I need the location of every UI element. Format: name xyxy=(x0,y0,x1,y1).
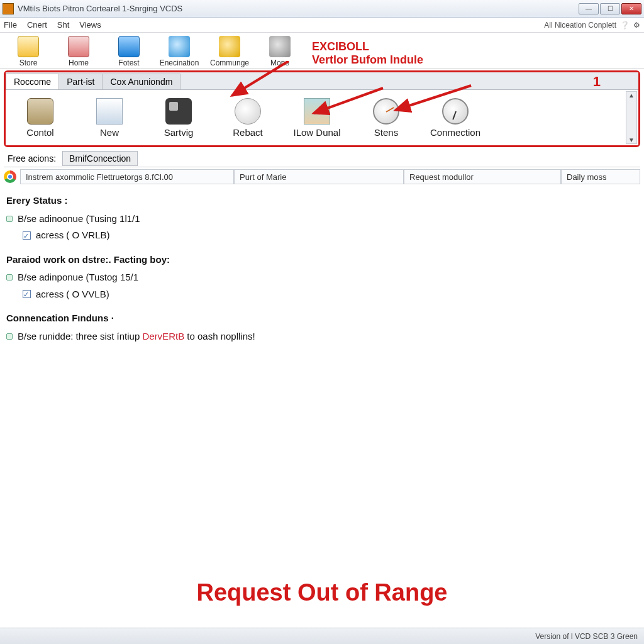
highlighted-ribbon-area: 1 Roccome Part-ist Cox Anuniondm Contol … xyxy=(4,70,640,147)
section3-post: to oash nopllins! xyxy=(184,331,255,341)
checkbox-icon[interactable] xyxy=(23,290,31,298)
controller-icon xyxy=(27,98,53,125)
checkbox-icon[interactable] xyxy=(23,231,31,240)
close-button[interactable]: ✕ xyxy=(621,3,641,14)
window-title: VMtils Biots Pitron Cortearel 1-Snrging … xyxy=(18,4,579,13)
ribbon-contol-label: Contol xyxy=(26,127,53,138)
ribbon-ilow-label: ILow Dunal xyxy=(293,127,340,138)
sphere-icon xyxy=(269,36,291,57)
section1-row1-text: B/se adinoonue (Tusing 1l1/1 xyxy=(18,212,140,226)
toolbar-fotest-label: Fotest xyxy=(118,58,139,67)
col-path[interactable]: Instrem axommolic Flettruetorgs 8.fCl.00 xyxy=(20,169,234,184)
toolbar-mone[interactable]: Mone xyxy=(255,33,304,67)
document-icon xyxy=(96,98,123,125)
section2-row1: B/se adinponue (Tustog 15/1 xyxy=(6,269,638,286)
toolbar-home-label: Home xyxy=(69,58,89,67)
ribbon-new[interactable]: New xyxy=(75,98,144,138)
status-bar: Version of l VCD SCB 3 Green xyxy=(0,628,644,644)
ribbon-stens-label: Stens xyxy=(374,127,398,138)
tab-partist[interactable]: Part-ist xyxy=(58,74,103,89)
status-bullet-icon xyxy=(6,274,13,280)
tab-cox-anuniondm[interactable]: Cox Anuniondm xyxy=(102,74,180,89)
clock-icon xyxy=(442,98,469,125)
toolbar-enecination[interactable]: Enecination xyxy=(155,33,204,67)
calculator-icon xyxy=(165,98,192,125)
scroll-down-icon[interactable]: ▼ xyxy=(628,136,635,143)
free-actions-label: Free acions: xyxy=(4,153,60,164)
status-bullet-icon xyxy=(6,333,13,340)
content-area: Erery Status : B/se adinoonue (Tusing 1l… xyxy=(6,194,638,345)
scroll-up-icon[interactable]: ▲ xyxy=(628,92,635,99)
section2-row1-text: B/se adinponue (Tustog 15/1 xyxy=(18,270,138,285)
notification-text: All Niceation Conplett xyxy=(544,21,616,30)
col-purt[interactable]: Purt of Marie xyxy=(234,169,404,184)
section1-row1: B/se adinoonue (Tusing 1l1/1 xyxy=(6,211,638,228)
home-icon xyxy=(68,36,89,57)
annotation-line1: EXCIBOLL xyxy=(312,40,423,54)
section1-title: Erery Status : xyxy=(6,194,638,208)
section3-row1-text: B/se runidde: three sist íntiup DervERtB… xyxy=(18,330,255,344)
ribbon-sartvig[interactable]: Sartvig xyxy=(144,98,213,138)
ribbon-new-label: New xyxy=(100,127,119,138)
title-bar: VMtils Biots Pitron Cortearel 1-Snrging … xyxy=(0,0,644,18)
annotation-number-1: 1 xyxy=(593,74,601,90)
column-header-row: Instrem axommolic Flettruetorgs 8.fCl.00… xyxy=(4,169,640,185)
section1-row2: acress ( O VRLB) xyxy=(6,227,638,244)
section3-red-word: DervERtB xyxy=(142,331,184,341)
menu-cnert[interactable]: Cnert xyxy=(27,20,47,30)
ribbon-conmection[interactable]: Conmection xyxy=(421,98,490,138)
toolbar-fotest[interactable]: Fotest xyxy=(104,33,153,67)
minimize-button[interactable]: — xyxy=(579,3,599,14)
menu-file[interactable]: File xyxy=(4,20,17,30)
help-icon[interactable]: ❔ xyxy=(620,21,630,30)
section3-title: Connencation Fınduns · xyxy=(6,311,638,326)
section2-row2-text: acress ( O VVLB) xyxy=(36,287,109,302)
section2-row2: acress ( O VVLB) xyxy=(6,286,638,303)
menu-bar: File Cnert Sht Views All Niceation Conpl… xyxy=(0,18,644,33)
big-error-message: Request Out of Range xyxy=(0,579,644,606)
ribbon-rebact[interactable]: Rebact xyxy=(213,98,282,138)
ribbon-contol[interactable]: Contol xyxy=(6,98,75,138)
section3-row1: B/se runidde: three sist íntiup DervERtB… xyxy=(6,328,638,345)
menu-sht[interactable]: Sht xyxy=(57,20,70,30)
ribbon-stens[interactable]: Stens xyxy=(352,98,421,138)
toolbar-store-label: Store xyxy=(19,58,38,67)
gear-icon[interactable]: ⚙ xyxy=(633,21,640,30)
toolbar-home[interactable]: Home xyxy=(54,33,103,67)
toolbar-store[interactable]: Store xyxy=(4,33,53,67)
globe-icon xyxy=(169,36,190,57)
free-actions-row: Free acions: BmifConcection xyxy=(4,150,640,167)
wrench-icon xyxy=(235,98,261,125)
menu-right-status: All Niceation Conplett ❔ ⚙ xyxy=(544,21,640,30)
tab-roccome[interactable]: Roccome xyxy=(6,74,59,89)
ribbon-conmection-label: Conmection xyxy=(430,127,480,138)
chrome-icon xyxy=(4,170,16,183)
toolbar-communge-label: Communge xyxy=(210,58,249,67)
main-toolbar: Store Home Fotest Enecination Communge M… xyxy=(0,33,644,69)
section1-row2-text: acress ( O VRLB) xyxy=(36,228,110,243)
col-request[interactable]: Request modullor xyxy=(404,169,561,184)
app-icon xyxy=(3,3,14,14)
card-icon xyxy=(304,98,330,125)
free-action-tab-bmif[interactable]: BmifConcection xyxy=(62,151,138,166)
ribbon-scrollbar[interactable]: ▲▼ xyxy=(626,91,637,144)
status-version: Version of l VCD SCB 3 Green xyxy=(535,632,638,641)
ribbon-sartvig-label: Sartvig xyxy=(164,127,194,138)
status-bullet-icon xyxy=(6,216,13,222)
section2-title: Paraiod work on dstre:. Facting boy: xyxy=(6,253,638,267)
window-controls: — ☐ ✕ xyxy=(579,3,641,14)
ribbon-tabstrip: Roccome Part-ist Cox Anuniondm xyxy=(6,72,638,90)
ribbon: Contol New Sartvig Rebact ILow Dunal Ste… xyxy=(6,90,638,145)
toolbar-enecination-label: Enecination xyxy=(160,58,199,67)
gauge-icon xyxy=(373,98,399,125)
ribbon-ilow-dunal[interactable]: ILow Dunal xyxy=(282,98,352,138)
col-daily[interactable]: Daily moss xyxy=(561,169,640,184)
toolbar-communge[interactable]: Communge xyxy=(205,33,254,67)
menu-views[interactable]: Views xyxy=(79,20,101,30)
moon-icon xyxy=(219,36,240,57)
folder-open-icon xyxy=(118,36,140,57)
toolbar-mone-label: Mone xyxy=(270,58,289,67)
annotation-line2: Vertlor Bufom Indule xyxy=(312,53,423,67)
maximize-button[interactable]: ☐ xyxy=(600,3,620,14)
section3-pre: B/se runidde: three sist íntiup xyxy=(18,331,142,341)
